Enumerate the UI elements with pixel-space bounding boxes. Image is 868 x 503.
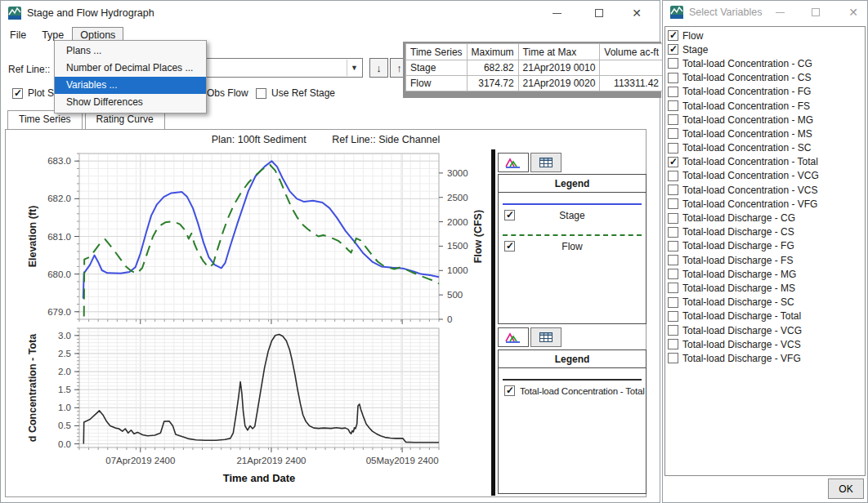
options-menu-popup: Plans ...Number of Decimal Places ...Var… — [54, 40, 207, 114]
variable-item-total-load-discharge-cs[interactable]: Total-load Discharge - CS — [668, 225, 865, 239]
variable-item-total-load-concentration-cg[interactable]: Total-load Concentration - CG — [668, 56, 865, 70]
variable-checkbox[interactable] — [668, 311, 678, 322]
hydrograph-app-icon — [670, 6, 683, 19]
variable-checkbox[interactable] — [668, 100, 678, 111]
flow-tick-label: 1000 — [447, 265, 468, 275]
previous-ref-line-button[interactable]: ↓ — [369, 58, 388, 78]
variable-item-total-load-concentration-vfg[interactable]: Total-load Concentration - VFG — [668, 197, 865, 211]
variable-checkbox[interactable] — [668, 339, 678, 349]
variable-item-stage[interactable]: Stage — [668, 42, 865, 56]
concentration-tick-label: 2.5 — [58, 349, 71, 358]
concentration-tick-label: 0.5 — [58, 421, 71, 430]
legend-entry: Total-load Concentration - Total — [499, 385, 646, 399]
variable-item-total-load-concentration-vcs[interactable]: Total-load Concentration - VCS — [668, 183, 865, 197]
use-ref-stage-checkbox[interactable]: Use Ref Stage — [256, 87, 335, 99]
variable-item-total-load-discharge-vcg[interactable]: Total-load Discharge - VCG — [668, 323, 865, 337]
variable-checkbox[interactable] — [668, 30, 678, 41]
variable-item-total-load-discharge-total[interactable]: Total-load Discharge - Total — [668, 309, 865, 323]
variable-checkbox[interactable] — [668, 44, 678, 55]
legend-splitter[interactable] — [491, 149, 495, 496]
chart-view-button[interactable] — [498, 327, 529, 347]
table-grid-icon — [539, 332, 553, 342]
table-view-button[interactable] — [530, 327, 562, 347]
variable-checkbox[interactable] — [668, 213, 678, 224]
ref-line-label: Ref Line:: — [8, 64, 50, 75]
variable-item-total-load-concentration-fs[interactable]: Total-load Concentration - FS — [668, 99, 865, 113]
variable-checkbox[interactable] — [668, 283, 678, 293]
minimize-icon — [776, 12, 785, 13]
variable-checkbox[interactable] — [668, 227, 678, 238]
use-ref-stage-checkbox-box[interactable] — [256, 88, 266, 99]
variable-checkbox[interactable] — [668, 73, 678, 83]
variable-checkbox[interactable] — [668, 114, 678, 125]
summary-table-header-row: Time SeriesMaximumTime at MaxVolume ac-f… — [406, 44, 664, 60]
variable-checkbox[interactable] — [668, 157, 678, 167]
legend-entry-label: Total-load Concentration - Total — [499, 385, 646, 398]
variable-item-total-load-concentration-fg[interactable]: Total-load Concentration - FG — [668, 85, 865, 99]
variable-checkbox[interactable] — [668, 171, 678, 181]
variable-label: Stage — [682, 44, 708, 56]
variable-item-total-load-concentration-mg[interactable]: Total-load Concentration - MG — [668, 113, 865, 127]
legend-box-concentration: Legend Total-load Concentration - Total — [498, 349, 647, 494]
table-cell: 21Apr2019 0020 — [518, 76, 600, 91]
variable-item-total-load-concentration-total[interactable]: Total-load Concentration - Total — [668, 155, 865, 169]
variable-checkbox[interactable] — [668, 353, 678, 363]
variable-checkbox[interactable] — [668, 241, 678, 252]
variable-item-total-load-discharge-fs[interactable]: Total-load Discharge - FS — [668, 253, 865, 267]
elevation-tick-label: 682.0 — [47, 194, 71, 203]
variable-item-total-load-discharge-vcs[interactable]: Total-load Discharge - VCS — [668, 337, 865, 351]
variable-label: Total-load Concentration - VCG — [682, 170, 819, 181]
maximize-button[interactable] — [803, 1, 828, 24]
variable-item-total-load-discharge-mg[interactable]: Total-load Discharge - MG — [668, 267, 865, 281]
flow-tick-label: 2000 — [447, 217, 468, 227]
hydrograph-app-icon — [8, 7, 21, 20]
close-button[interactable]: ✕ — [620, 1, 653, 25]
variable-label: Total-load Concentration - FG — [682, 86, 811, 97]
variable-item-total-load-discharge-fg[interactable]: Total-load Discharge - FG — [668, 239, 865, 253]
variable-checkbox[interactable] — [668, 297, 678, 308]
variable-item-total-load-concentration-cs[interactable]: Total-load Concentration - CS — [668, 71, 865, 85]
table-view-button[interactable] — [530, 153, 562, 172]
minimize-button[interactable] — [767, 1, 792, 24]
menu-item-number-of-decimal-places[interactable]: Number of Decimal Places ... — [55, 60, 206, 77]
dropdown-arrow-icon[interactable]: ▼ — [347, 60, 361, 76]
menu-file[interactable]: File — [2, 28, 34, 42]
legend-entry-checkbox[interactable] — [504, 241, 515, 252]
variable-checkbox[interactable] — [668, 185, 678, 195]
maximize-button[interactable] — [583, 1, 615, 25]
variable-item-total-load-concentration-ms[interactable]: Total-load Concentration - MS — [668, 127, 865, 140]
variable-checkbox[interactable] — [668, 325, 678, 336]
variable-checkbox[interactable] — [668, 143, 678, 154]
variable-item-total-load-discharge-ms[interactable]: Total-load Discharge - MS — [668, 281, 865, 295]
legend-entry-checkbox[interactable] — [504, 385, 515, 396]
minimize-button[interactable] — [540, 1, 573, 25]
variable-checkbox[interactable] — [668, 255, 678, 265]
chart-view-button[interactable] — [498, 153, 529, 172]
variable-item-flow[interactable]: Flow — [668, 29, 865, 42]
table-cell: Stage — [406, 60, 468, 76]
variable-checkbox[interactable] — [668, 269, 678, 279]
variable-label: Total-load Discharge - Total — [682, 310, 801, 322]
variable-item-total-load-discharge-cg[interactable]: Total-load Discharge - CG — [668, 211, 865, 225]
variable-label: Total-load Discharge - MS — [682, 283, 795, 294]
menu-item-variables[interactable]: Variables ... — [55, 77, 206, 94]
ok-button[interactable]: OK — [828, 479, 864, 499]
minimize-icon — [553, 13, 562, 14]
close-button[interactable]: ✕ — [841, 1, 866, 24]
legend-entry-checkbox[interactable] — [504, 210, 515, 220]
variable-item-total-load-discharge-vfg[interactable]: Total-load Discharge - VFG — [668, 351, 865, 365]
menu-item-show-differences[interactable]: Show Differences — [55, 94, 206, 111]
menu-item-plans[interactable]: Plans ... — [55, 42, 206, 60]
variable-item-total-load-concentration-sc[interactable]: Total-load Concentration - SC — [668, 141, 865, 155]
variable-checkbox[interactable] — [668, 58, 678, 69]
summary-table: Time SeriesMaximumTime at MaxVolume ac-f… — [405, 43, 664, 91]
variable-checkbox[interactable] — [668, 198, 678, 209]
plot-stage-checkbox-box[interactable] — [12, 88, 23, 99]
variable-checkbox[interactable] — [668, 128, 678, 139]
variable-item-total-load-concentration-vcg[interactable]: Total-load Concentration - VCG — [668, 169, 865, 183]
legend-box-stage-flow: Legend StageFlow — [498, 174, 647, 324]
variable-item-total-load-discharge-sc[interactable]: Total-load Discharge - SC — [668, 296, 865, 309]
select-variables-window: Select Variables ✕ FlowStageTotal-load C… — [662, 0, 868, 503]
variable-label: Total-load Concentration - FS — [682, 100, 810, 112]
variable-checkbox[interactable] — [668, 87, 678, 97]
